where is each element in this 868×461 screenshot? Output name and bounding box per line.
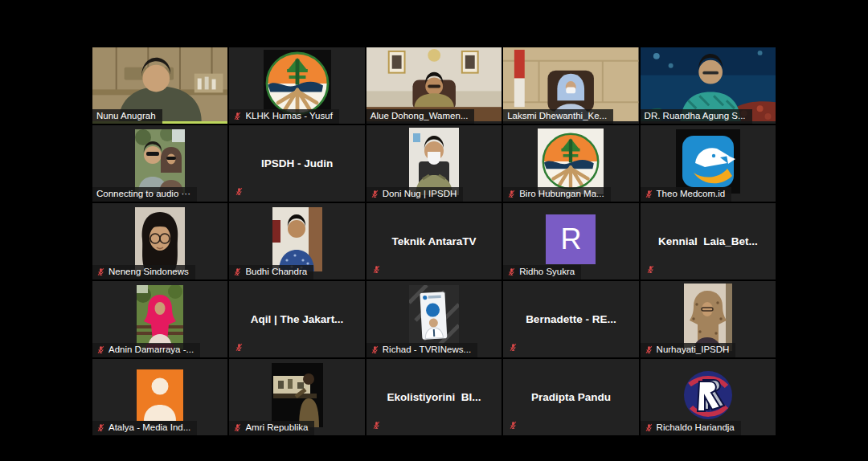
participant-name: KLHK Humas - Yusuf — [245, 112, 332, 121]
muted-mic-icon — [371, 345, 379, 354]
participant-name: Richaldo Hariandja — [657, 423, 735, 433]
muted-mic-icon — [645, 190, 653, 198]
name-label: Richad - TVRINews... — [366, 343, 477, 358]
muted-mic-icon — [645, 345, 653, 354]
participant-tile[interactable]: Adnin Damarraya -... — [92, 281, 227, 357]
name-label: KLHK Humas - Yusuf — [229, 109, 338, 124]
participant-tile[interactable]: Budhi Chandra — [229, 203, 364, 279]
participant-name: Teknik AntaraTV — [391, 236, 476, 247]
participant-tile[interactable]: Laksmi Dhewanthi_Ke... — [503, 47, 638, 124]
name-label: Doni Nug | IPSDH — [366, 187, 463, 202]
participant-tile[interactable]: Pradipta Pandu — [503, 359, 638, 435]
name-label: Bernadette - RE... — [503, 281, 638, 357]
participant-tile[interactable]: Nunu Anugrah — [92, 47, 227, 124]
name-label: Aqil | The Jakart... — [229, 281, 364, 357]
name-label: DR. Ruandha Agung S... — [641, 109, 752, 124]
meeting-canvas: { "app": { "view": "gallery" }, "colors"… — [0, 0, 868, 461]
participant-tile[interactable]: Theo Medcom.id — [641, 125, 776, 202]
name-label: Teknik AntaraTV — [366, 203, 502, 279]
participant-name: DR. Ruandha Agung S... — [645, 112, 746, 121]
muted-mic-icon — [509, 421, 518, 430]
name-label: Nurhayati_IPSDH — [641, 343, 736, 358]
participant-name: Amri Republika — [245, 423, 308, 433]
name-label: Neneng Sindonews — [92, 265, 195, 280]
muted-mic-icon — [371, 190, 379, 198]
participant-tile[interactable]: IPSDH - Judin — [229, 125, 364, 202]
participant-name: Connecting to audio ··· — [96, 190, 190, 199]
name-label: Richaldo Hariandja — [641, 421, 741, 436]
participant-name: Alue Dohong_Wamen... — [371, 112, 469, 121]
name-label: Adnin Damarraya -... — [92, 343, 200, 358]
participant-tile[interactable]: Kennial Laia_Bet... — [641, 203, 776, 279]
participant-name: Ekolistiyorini BI... — [387, 392, 481, 403]
muted-mic-icon — [372, 421, 381, 430]
name-label: Biro Hubungan Ma... — [503, 187, 610, 202]
muted-mic-icon — [646, 265, 655, 274]
participant-name: Theo Medcom.id — [657, 190, 726, 199]
participant-tile[interactable]: Connecting to audio ··· — [92, 125, 227, 202]
name-label: IPSDH - Judin — [229, 125, 364, 202]
participant-name: Laksmi Dhewanthi_Ke... — [507, 112, 607, 121]
muted-mic-icon — [96, 345, 105, 354]
participant-name: Neneng Sindonews — [108, 267, 189, 277]
participant-tile[interactable]: Bernadette - RE... — [503, 281, 638, 357]
muted-mic-icon — [235, 343, 244, 352]
participant-name: IPSDH - Judin — [261, 158, 333, 169]
muted-mic-icon — [233, 423, 242, 432]
participant-name: Nunu Anugrah — [96, 112, 156, 121]
participant-name: Doni Nug | IPSDH — [383, 190, 457, 199]
participant-tile[interactable]: Aqil | The Jakart... — [229, 281, 364, 357]
participant-name: Bernadette - RE... — [526, 314, 616, 325]
participant-tile[interactable]: Neneng Sindonews — [92, 203, 227, 279]
name-label: Atalya - Media Ind... — [92, 421, 197, 436]
name-label: Ridho Syukra — [503, 265, 581, 280]
muted-mic-icon — [372, 265, 381, 274]
name-label: Alue Dohong_Wamen... — [366, 109, 475, 124]
name-label: Pradipta Pandu — [503, 359, 638, 435]
participant-name: Richad - TVRINews... — [383, 345, 471, 355]
participant-tile[interactable]: Ekolistiyorini BI... — [366, 359, 502, 435]
muted-mic-icon — [507, 190, 516, 198]
muted-mic-icon — [233, 267, 242, 276]
muted-mic-icon — [233, 112, 242, 120]
avatar-initial: R — [546, 214, 596, 264]
muted-mic-icon — [509, 343, 518, 352]
participant-tile[interactable]: Richaldo Hariandja — [641, 359, 776, 435]
name-label: Kennial Laia_Bet... — [641, 203, 776, 279]
participant-name: Budhi Chandra — [245, 267, 307, 277]
muted-mic-icon — [645, 423, 653, 432]
participant-tile[interactable]: Richad - TVRINews... — [366, 281, 502, 357]
participant-tile[interactable]: R Ridho Syukra — [503, 203, 638, 279]
participant-name: Atalya - Media Ind... — [108, 423, 190, 433]
participant-tile[interactable]: Alue Dohong_Wamen... — [366, 47, 502, 124]
participant-tile[interactable]: Doni Nug | IPSDH — [366, 125, 502, 202]
participant-tile[interactable]: Biro Hubungan Ma... — [503, 125, 638, 202]
muted-mic-icon — [235, 187, 244, 196]
name-label: Connecting to audio ··· — [92, 187, 197, 202]
name-label: Ekolistiyorini BI... — [366, 359, 502, 435]
participant-grid: Nunu Anugrah KLHK Humas - Yusuf Alue Doh… — [92, 47, 776, 435]
participant-tile[interactable]: Nurhayati_IPSDH — [641, 281, 776, 357]
participant-tile[interactable]: Teknik AntaraTV — [366, 203, 502, 279]
name-label: Nunu Anugrah — [92, 109, 162, 124]
name-label: Theo Medcom.id — [641, 187, 732, 202]
participant-name: Ridho Syukra — [519, 267, 575, 277]
muted-mic-icon — [96, 423, 105, 432]
participant-tile[interactable]: DR. Ruandha Agung S... — [641, 47, 776, 124]
muted-mic-icon — [96, 267, 105, 276]
participant-tile[interactable]: KLHK Humas - Yusuf — [229, 47, 364, 124]
participant-name: Aqil | The Jakart... — [251, 314, 344, 325]
participant-name: Biro Hubungan Ma... — [519, 190, 604, 199]
name-label: Laksmi Dhewanthi_Ke... — [503, 109, 613, 124]
participant-tile[interactable]: Atalya - Media Ind... — [92, 359, 227, 435]
participant-name: Pradipta Pandu — [531, 392, 611, 403]
participant-name: Adnin Damarraya -... — [108, 345, 194, 355]
name-label: Budhi Chandra — [229, 265, 313, 280]
participant-name: Nurhayati_IPSDH — [657, 345, 730, 355]
participant-tile[interactable]: Amri Republika — [229, 359, 364, 435]
participant-name: Kennial Laia_Bet... — [658, 236, 758, 247]
muted-mic-icon — [507, 267, 516, 276]
name-label: Amri Republika — [229, 421, 314, 436]
